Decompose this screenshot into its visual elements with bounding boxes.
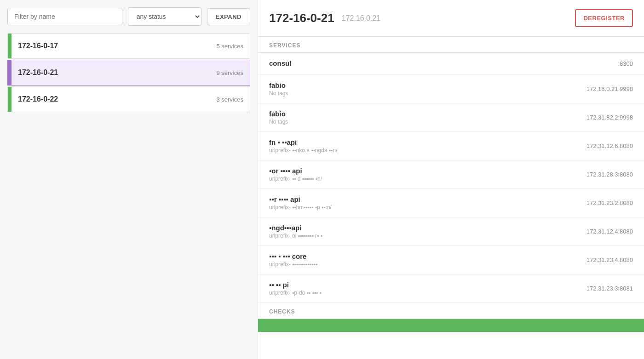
service-name: fn ▪ ▪▪api — [269, 138, 586, 146]
node-list: 172-16-0-17 5 services 172-16-0-21 9 ser… — [7, 33, 250, 113]
service-tags: urlprefix- ▪▪nko.a ▪▪ngda ▪▪n/ — [269, 147, 586, 154]
service-info: fabio No tags — [269, 81, 586, 97]
service-row[interactable]: consul :8300 — [258, 53, 644, 75]
service-address: 172.31.23.3:8081 — [586, 285, 633, 292]
service-address: 172.16.0.21:9998 — [586, 85, 633, 92]
service-tags: No tags — [269, 119, 586, 125]
service-name: ▪or ▪▪▪▪ api — [269, 167, 586, 175]
service-row[interactable]: fabio No tags 172.16.0.21:9998 — [258, 75, 644, 103]
node-service-count: 9 services — [210, 61, 250, 85]
service-tags: urlprefix- ▪▪ d ▪▪▪▪▪▪ ▪n/ — [269, 176, 586, 182]
service-info: ▪▪r ▪▪▪▪ api urlprefix- ▪▪hm▪▪▪▪▪ ▪p ▪▪m… — [269, 195, 586, 211]
service-row[interactable]: fn ▪ ▪▪api urlprefix- ▪▪nko.a ▪▪ngda ▪▪n… — [258, 132, 644, 160]
service-address: 172.31.23.2:8080 — [586, 199, 633, 206]
detail-ip: 172.16.0.21 — [342, 14, 381, 23]
service-address: 172.31.23.4:8080 — [586, 256, 633, 263]
detail-content: SERVICES consul :8300 fabio No tags 172.… — [258, 37, 644, 359]
service-row[interactable]: ▪ngd▪▪▪api urlprefix- ol ▪▪▪▪▪▪▪▪ r▪ ▪ 1… — [258, 217, 644, 246]
expand-button[interactable]: EXPAND — [207, 8, 250, 25]
service-row[interactable]: ▪▪r ▪▪▪▪ api urlprefix- ▪▪hm▪▪▪▪▪ ▪p ▪▪m… — [258, 189, 644, 217]
service-info: fn ▪ ▪▪api urlprefix- ▪▪nko.a ▪▪ngda ▪▪n… — [269, 138, 586, 154]
checks-section-header: CHECKS — [258, 303, 644, 319]
service-info: ▪▪▪ ▪ ▪▪▪ core urlprefix- ▪▪▪▪▪▪▪▪▪▪▪▪▪ — [269, 252, 586, 268]
service-info: fabio No tags — [269, 110, 586, 125]
service-info: ▪▪ ▪▪ pi urlprefix- ▪p-do ▪▪ ▪▪▪ ▪ — [269, 281, 586, 296]
service-row[interactable]: fabio No tags 172.31.82.2:9998 — [258, 103, 644, 132]
detail-title: 172-16-0-21 — [269, 11, 334, 25]
service-address: 172.31.12.4:8080 — [586, 228, 633, 235]
service-tags: urlprefix- ▪▪▪▪▪▪▪▪▪▪▪▪▪ — [269, 261, 586, 268]
service-address: 172.31.12.6:8080 — [586, 142, 633, 149]
checks-row[interactable] — [258, 319, 644, 332]
filter-input[interactable] — [7, 8, 122, 25]
service-tags: urlprefix- ol ▪▪▪▪▪▪▪▪ r▪ ▪ — [269, 233, 586, 239]
service-row[interactable]: ▪or ▪▪▪▪ api urlprefix- ▪▪ d ▪▪▪▪▪▪ ▪n/ … — [258, 160, 644, 189]
service-name: ▪▪r ▪▪▪▪ api — [269, 195, 586, 203]
node-item[interactable]: 172-16-0-17 5 services — [7, 33, 250, 59]
node-item[interactable]: 172-16-0-21 9 services — [7, 60, 250, 85]
node-status-indicator — [8, 87, 12, 112]
status-select[interactable]: any status passing warning critical — [128, 7, 201, 26]
service-name: ▪ngd▪▪▪api — [269, 224, 586, 232]
service-row[interactable]: ▪▪ ▪▪ pi urlprefix- ▪p-do ▪▪ ▪▪▪ ▪ 172.3… — [258, 274, 644, 303]
deregister-button[interactable]: DEREGISTER — [575, 9, 633, 27]
node-service-count: 3 services — [210, 88, 250, 111]
service-address: 172.31.82.2:9998 — [586, 114, 633, 121]
service-name: ▪▪ ▪▪ pi — [269, 281, 586, 289]
service-address: :8300 — [618, 60, 633, 67]
service-row[interactable]: ▪▪▪ ▪ ▪▪▪ core urlprefix- ▪▪▪▪▪▪▪▪▪▪▪▪▪ … — [258, 246, 644, 274]
service-name: fabio — [269, 81, 586, 89]
node-item[interactable]: 172-16-0-22 3 services — [7, 86, 250, 112]
service-info: ▪ngd▪▪▪api urlprefix- ol ▪▪▪▪▪▪▪▪ r▪ ▪ — [269, 224, 586, 239]
services-section-header: SERVICES — [258, 37, 644, 53]
node-name: 172-16-0-21 — [12, 60, 210, 85]
node-status-indicator — [8, 34, 12, 58]
node-service-count: 5 services — [210, 34, 250, 58]
service-tags: urlprefix- ▪▪hm▪▪▪▪▪ ▪p ▪▪m/ — [269, 204, 586, 211]
node-name: 172-16-0-22 — [12, 87, 210, 112]
service-tags: urlprefix- ▪p-do ▪▪ ▪▪▪ ▪ — [269, 290, 586, 296]
service-tags: No tags — [269, 90, 586, 97]
service-name: ▪▪▪ ▪ ▪▪▪ core — [269, 252, 586, 260]
service-info: consul — [269, 59, 618, 68]
detail-header: 172-16-0-21 172.16.0.21 DEREGISTER — [258, 0, 644, 37]
right-panel: 172-16-0-21 172.16.0.21 DEREGISTER SERVI… — [258, 0, 644, 359]
service-info: ▪or ▪▪▪▪ api urlprefix- ▪▪ d ▪▪▪▪▪▪ ▪n/ — [269, 167, 586, 182]
app-layout: any status passing warning critical EXPA… — [0, 0, 644, 359]
node-name: 172-16-0-17 — [12, 34, 210, 58]
filter-bar: any status passing warning critical EXPA… — [7, 7, 250, 26]
node-status-indicator — [8, 60, 12, 85]
service-name: consul — [269, 59, 618, 67]
left-panel: any status passing warning critical EXPA… — [0, 0, 258, 359]
service-address: 172.31.28.3:8080 — [586, 171, 633, 178]
service-name: fabio — [269, 110, 586, 118]
